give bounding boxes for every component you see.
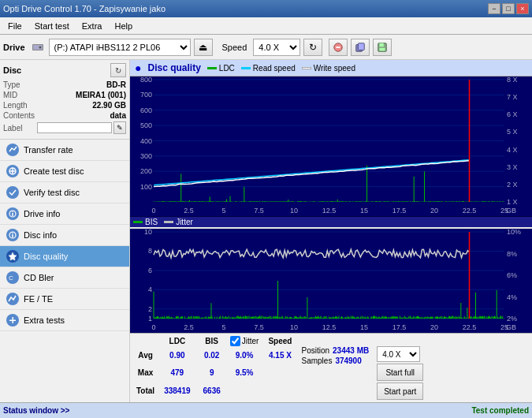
position-samples: Position 23443 MB Samples 374900	[301, 346, 369, 365]
create-test-disc-icon	[6, 165, 19, 177]
chart-header: ● Disc quality LDC Read speed Write spee…	[130, 60, 532, 77]
samples-label: Samples	[301, 356, 332, 365]
drive-icon	[32, 41, 44, 54]
bottom-chart: BIS Jitter	[130, 216, 532, 333]
legend-read-speed-color	[241, 67, 251, 69]
cd-bler-icon: C	[6, 271, 19, 284]
legend-write-speed-color	[302, 67, 311, 69]
length-label: Length	[3, 101, 28, 110]
status-window-bar: Status window >> Test completed	[0, 402, 532, 418]
legend-jitter: Jitter	[164, 218, 193, 226]
avg-speed: 4.15 X	[262, 346, 298, 364]
legend-bis: BIS	[133, 218, 158, 226]
legend-ldc-color	[207, 67, 217, 69]
max-label: Max	[133, 364, 158, 383]
legend-read-speed: Read speed	[241, 64, 296, 73]
avg-bis: 0.02	[197, 346, 227, 364]
sidebar: Disc ↻ Type BD-R MID MEIRA1 (001) Length…	[0, 60, 130, 402]
disc-refresh-button[interactable]: ↻	[110, 63, 126, 77]
nav-extra-tests[interactable]: Extra tests	[0, 310, 129, 331]
disc-panel: Disc ↻ Type BD-R MID MEIRA1 (001) Length…	[0, 60, 129, 140]
max-ldc: 479	[158, 364, 196, 383]
bottom-chart-canvas	[130, 229, 532, 333]
speed-select[interactable]: 4.0 X	[253, 39, 300, 56]
nav-disc-quality[interactable]: Disc quality	[0, 246, 129, 267]
disc-label-input[interactable]	[37, 122, 112, 133]
svg-point-2	[39, 46, 41, 48]
chart-title: Disc quality	[147, 62, 200, 73]
nav-fe-te[interactable]: FE / TE	[0, 289, 129, 310]
toolbar: Drive (P:) ATAPI iHBS112 2 PL06 ⏏ Speed …	[0, 35, 532, 60]
contents-label: Contents	[3, 111, 35, 120]
charts-container: BIS Jitter	[130, 77, 532, 333]
position-row: Position 23443 MB	[301, 346, 369, 355]
eject-button[interactable]: ⏏	[194, 39, 213, 56]
start-part-button[interactable]: Start part	[377, 383, 423, 400]
nav-disc-info[interactable]: Disc info	[0, 225, 129, 246]
save-button[interactable]	[373, 39, 392, 56]
nav-transfer-rate[interactable]: Transfer rate	[0, 140, 129, 161]
drive-label: Drive	[3, 43, 25, 52]
titlebar: Opti Drive Control 1.70 - Zapisywanie ja…	[0, 0, 532, 17]
stats-panel: LDC BIS Jitter Speed Avg 0.90 0.02	[130, 333, 532, 402]
drive-select[interactable]: (P:) ATAPI iHBS112 2 PL06	[49, 39, 191, 56]
nav-verify-test-disc-label: Verify test disc	[24, 188, 80, 197]
minimize-button[interactable]: −	[488, 3, 500, 14]
total-bis: 6636	[197, 382, 227, 400]
legend-ldc: LDC	[207, 64, 235, 73]
mid-value: MEIRA1 (001)	[76, 91, 126, 99]
stats-speed-select[interactable]: 4.0 X	[377, 346, 420, 362]
legend-bis-color	[133, 221, 143, 223]
top-chart	[130, 77, 532, 216]
statusbar-area: Status window >> Test completed 100.0% 3…	[0, 402, 532, 418]
nav-drive-info[interactable]: Drive info	[0, 203, 129, 225]
nav-transfer-rate-label: Transfer rate	[24, 145, 73, 155]
nav-drive-info-label: Drive info	[24, 209, 60, 218]
start-full-button[interactable]: Start full	[377, 364, 423, 381]
nav-disc-info-label: Disc info	[24, 230, 57, 240]
menu-help[interactable]: Help	[108, 17, 139, 34]
bottom-chart-legend: BIS Jitter	[130, 216, 532, 227]
svg-rect-6	[359, 43, 365, 50]
copy-button[interactable]	[351, 39, 370, 56]
speed-label: Speed	[222, 43, 247, 52]
top-chart-canvas	[130, 77, 532, 216]
legend-bis-label: BIS	[145, 218, 158, 226]
menu-extra[interactable]: Extra	[76, 17, 109, 34]
extra-tests-icon	[6, 314, 19, 327]
test-completed-label: Test completed	[471, 406, 529, 415]
max-bis: 9	[197, 364, 227, 383]
svg-marker-19	[9, 252, 17, 260]
refresh-button[interactable]: ↻	[303, 39, 322, 56]
nav-verify-test-disc[interactable]: Verify test disc	[0, 182, 129, 203]
chart-title-icon: ●	[135, 62, 141, 74]
length-value: 22.90 GB	[92, 101, 126, 110]
nav-panel: Transfer rate Create test disc Verify te…	[0, 140, 129, 402]
disc-label-label: Label	[3, 124, 22, 132]
maximize-button[interactable]: □	[502, 3, 515, 14]
fe-te-icon	[6, 293, 19, 305]
close-button[interactable]: ×	[516, 3, 529, 14]
erase-button[interactable]	[329, 39, 348, 56]
jitter-label: Jitter	[242, 337, 259, 345]
mid-label: MID	[3, 91, 17, 99]
legend-jitter-label: Jitter	[176, 218, 193, 226]
status-window-label[interactable]: Status window >>	[3, 406, 69, 415]
nav-cd-bler[interactable]: C CD Bler	[0, 267, 129, 289]
jitter-checkbox[interactable]	[230, 336, 240, 346]
disc-quality-icon	[6, 250, 19, 263]
menu-file[interactable]: File	[2, 17, 28, 34]
samples-row: Samples 374900	[301, 356, 369, 365]
jitter-checkbox-row: Jitter	[230, 336, 259, 346]
label-edit-button[interactable]: ✎	[113, 121, 126, 134]
menu-start-test[interactable]: Start test	[28, 17, 76, 34]
col-speed: Speed	[262, 336, 298, 346]
window-controls: − □ ×	[488, 3, 529, 14]
titlebar-title: Opti Drive Control 1.70 - Zapisywanie ja…	[3, 4, 166, 13]
nav-create-test-disc[interactable]: Create test disc	[0, 161, 129, 182]
svg-rect-22	[13, 317, 14, 323]
svg-rect-9	[380, 47, 385, 50]
main-content: Disc ↻ Type BD-R MID MEIRA1 (001) Length…	[0, 60, 532, 402]
position-value: 23443 MB	[333, 346, 369, 355]
speed-control-group: 4.0 X Start full Start part	[377, 346, 423, 400]
